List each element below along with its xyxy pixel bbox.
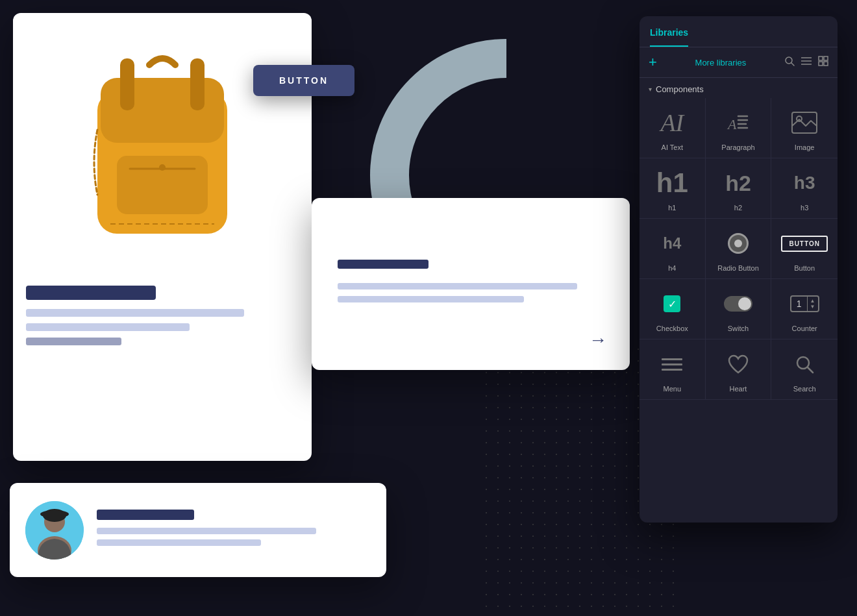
component-h3[interactable]: h3 h3	[771, 158, 838, 219]
chevron-down-icon: ▾	[649, 86, 652, 93]
component-image[interactable]: Image	[771, 98, 838, 158]
counter-label: Counter	[792, 325, 817, 332]
switch-icon	[724, 288, 752, 319]
h3-icon: h3	[794, 167, 815, 199]
heart-icon	[728, 349, 749, 380]
components-label: Components	[656, 84, 704, 94]
component-switch[interactable]: Switch	[706, 279, 772, 339]
profile-line-1	[97, 528, 316, 534]
menu-icon	[662, 349, 682, 380]
component-paragraph[interactable]: A Paragraph	[706, 98, 772, 158]
button-comp-icon: BUTTON	[781, 228, 827, 259]
content-line-1	[338, 283, 577, 290]
profile-name-bar	[97, 510, 194, 520]
svg-point-6	[159, 164, 166, 171]
libraries-tab[interactable]: Libraries	[650, 27, 688, 47]
content-line-2	[338, 296, 524, 302]
toolbar-icons	[784, 56, 828, 69]
grid-toolbar-icon[interactable]	[818, 56, 828, 69]
svg-rect-1	[101, 78, 224, 143]
button-comp-label: Button	[794, 264, 815, 272]
menu-label: Menu	[664, 385, 682, 393]
svg-rect-21	[824, 62, 828, 66]
svg-point-11	[40, 510, 69, 518]
h4-icon: h4	[663, 228, 681, 259]
svg-rect-4	[120, 58, 134, 110]
components-section-header: ▾ Components	[640, 78, 838, 98]
ai-text-icon: AI	[660, 107, 684, 138]
panel-header: Libraries	[640, 16, 838, 47]
counter-value: 1	[791, 297, 808, 311]
svg-rect-5	[190, 58, 205, 110]
h4-label: h4	[668, 264, 676, 272]
counter-icon: 1 ▲ ▼	[790, 288, 819, 319]
component-radio-button[interactable]: Radio Button	[706, 219, 772, 279]
image-label: Image	[795, 143, 815, 151]
component-grid: AI AI Text A Paragraph	[640, 98, 838, 400]
search-comp-icon	[795, 349, 814, 380]
paragraph-icon: A	[727, 107, 750, 138]
component-heart[interactable]: Heart	[706, 339, 772, 400]
heart-label: Heart	[730, 385, 747, 393]
product-title-bar	[26, 286, 156, 300]
svg-line-14	[791, 63, 794, 66]
profile-info	[97, 510, 371, 551]
svg-line-30	[808, 367, 813, 373]
component-button[interactable]: BUTTON Button	[771, 219, 838, 279]
component-checkbox[interactable]: ✓ Checkbox	[640, 279, 706, 339]
button-label-badge: BUTTON	[253, 65, 354, 96]
more-libraries-button[interactable]: More libraries	[664, 58, 778, 68]
button-label-text: BUTTON	[279, 75, 329, 86]
h1-icon: h1	[656, 167, 688, 199]
radio-button-label: Radio Button	[717, 264, 759, 272]
component-ai-text[interactable]: AI AI Text	[640, 98, 706, 158]
profile-line-2	[97, 539, 261, 546]
h1-label: h1	[668, 204, 676, 212]
svg-rect-18	[819, 56, 823, 60]
add-library-button[interactable]: +	[649, 54, 657, 71]
avatar-image	[25, 501, 84, 560]
component-h4[interactable]: h4 h4	[640, 219, 706, 279]
panel-toolbar: + More libraries	[640, 47, 838, 78]
profile-card	[10, 483, 386, 577]
paragraph-label: Paragraph	[721, 143, 754, 151]
image-icon	[791, 107, 817, 138]
h2-icon: h2	[725, 167, 751, 199]
h3-label: h3	[801, 204, 808, 212]
component-counter[interactable]: 1 ▲ ▼ Counter	[771, 279, 838, 339]
content-arrow[interactable]: →	[589, 330, 607, 351]
list-toolbar-icon[interactable]	[801, 56, 812, 68]
product-image-area	[26, 26, 299, 273]
svg-text:A: A	[727, 116, 737, 132]
content-card: →	[312, 198, 630, 370]
svg-rect-19	[824, 56, 828, 60]
backpack-image	[71, 39, 253, 260]
product-line-1	[26, 309, 244, 317]
component-h1[interactable]: h1 h1	[640, 158, 706, 219]
component-search[interactable]: Search	[771, 339, 838, 400]
search-comp-label: Search	[793, 385, 816, 393]
search-toolbar-icon[interactable]	[784, 56, 795, 69]
libraries-panel: Libraries + More libraries	[640, 16, 838, 523]
checkbox-icon: ✓	[664, 288, 680, 319]
switch-label: Switch	[728, 325, 749, 332]
svg-rect-20	[819, 62, 823, 66]
profile-avatar	[25, 501, 84, 560]
content-title-bar	[338, 260, 429, 269]
product-line-3	[26, 338, 121, 345]
ai-text-label: AI Text	[662, 143, 683, 151]
radio-button-icon	[728, 228, 749, 259]
h2-label: h2	[734, 204, 742, 212]
checkbox-label: Checkbox	[656, 325, 688, 332]
component-h2[interactable]: h2 h2	[706, 158, 772, 219]
product-line-2	[26, 323, 190, 331]
component-menu[interactable]: Menu	[640, 339, 706, 400]
